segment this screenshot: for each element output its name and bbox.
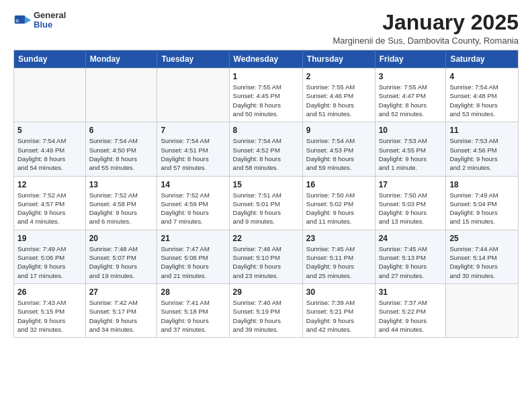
calendar-day-cell: 10Sunrise: 7:53 AM Sunset: 4:55 PM Dayli… (375, 122, 446, 176)
calendar-day-cell: 30Sunrise: 7:39 AM Sunset: 5:21 PM Dayli… (302, 283, 375, 337)
day-info: Sunrise: 7:50 AM Sunset: 5:02 PM Dayligh… (306, 191, 371, 226)
day-info: Sunrise: 7:39 AM Sunset: 5:21 PM Dayligh… (306, 298, 371, 334)
calendar-day-cell: 19Sunrise: 7:49 AM Sunset: 5:06 PM Dayli… (14, 230, 86, 283)
day-info: Sunrise: 7:53 AM Sunset: 4:56 PM Dayligh… (449, 136, 515, 172)
calendar-week-row: 5Sunrise: 7:54 AM Sunset: 4:49 PM Daylig… (14, 122, 519, 176)
calendar-header-row: Sunday Monday Tuesday Wednesday Thursday… (14, 50, 519, 68)
day-info: Sunrise: 7:49 AM Sunset: 5:04 PM Dayligh… (449, 191, 515, 226)
col-wednesday: Wednesday (229, 50, 302, 68)
month-title: January 2025 (332, 11, 519, 34)
day-info: Sunrise: 7:51 AM Sunset: 5:01 PM Dayligh… (233, 191, 299, 226)
day-number: 22 (233, 234, 299, 243)
day-number: 10 (379, 126, 443, 135)
day-number: 31 (379, 287, 443, 297)
day-info: Sunrise: 7:41 AM Sunset: 5:18 PM Dayligh… (161, 298, 225, 334)
day-info: Sunrise: 7:55 AM Sunset: 4:47 PM Dayligh… (379, 83, 443, 118)
day-info: Sunrise: 7:54 AM Sunset: 4:51 PM Dayligh… (161, 136, 225, 172)
day-number: 13 (89, 180, 154, 189)
calendar-day-cell: 20Sunrise: 7:48 AM Sunset: 5:07 PM Dayli… (85, 230, 157, 283)
col-tuesday: Tuesday (157, 50, 229, 68)
calendar-table: Sunday Monday Tuesday Wednesday Thursday… (13, 50, 519, 338)
location-subtitle: Marginenii de Sus, Dambovita County, Rom… (332, 36, 519, 46)
day-info: Sunrise: 7:54 AM Sunset: 4:49 PM Dayligh… (17, 136, 82, 172)
calendar-day-cell: 23Sunrise: 7:45 AM Sunset: 5:11 PM Dayli… (302, 230, 375, 283)
calendar-day-cell: 14Sunrise: 7:52 AM Sunset: 4:59 PM Dayli… (157, 176, 229, 230)
day-info: Sunrise: 7:55 AM Sunset: 4:46 PM Dayligh… (306, 83, 371, 118)
day-number: 8 (233, 126, 299, 135)
day-number: 9 (306, 126, 371, 135)
day-info: Sunrise: 7:54 AM Sunset: 4:48 PM Dayligh… (449, 83, 515, 118)
calendar-day-cell: 15Sunrise: 7:51 AM Sunset: 5:01 PM Dayli… (229, 176, 302, 230)
col-saturday: Saturday (446, 50, 519, 68)
logo: G General Blue (13, 11, 66, 30)
calendar-week-row: 12Sunrise: 7:52 AM Sunset: 4:57 PM Dayli… (14, 176, 519, 230)
day-number: 1 (233, 72, 299, 81)
day-number: 11 (449, 126, 515, 135)
logo-general: General (34, 11, 66, 20)
calendar-day-cell: 29Sunrise: 7:40 AM Sunset: 5:19 PM Dayli… (229, 283, 302, 337)
day-number: 4 (449, 72, 515, 81)
day-info: Sunrise: 7:43 AM Sunset: 5:15 PM Dayligh… (17, 298, 82, 334)
day-info: Sunrise: 7:45 AM Sunset: 5:11 PM Dayligh… (306, 244, 371, 280)
calendar-day-cell (157, 68, 229, 122)
calendar-day-cell: 17Sunrise: 7:50 AM Sunset: 5:03 PM Dayli… (375, 176, 446, 230)
day-number: 17 (379, 180, 443, 189)
calendar-day-cell: 21Sunrise: 7:47 AM Sunset: 5:08 PM Dayli… (157, 230, 229, 283)
day-info: Sunrise: 7:54 AM Sunset: 4:52 PM Dayligh… (233, 136, 299, 172)
day-number: 30 (306, 287, 371, 297)
calendar-day-cell: 13Sunrise: 7:52 AM Sunset: 4:58 PM Dayli… (85, 176, 157, 230)
day-info: Sunrise: 7:45 AM Sunset: 5:13 PM Dayligh… (379, 244, 443, 280)
svg-text:G: G (16, 18, 19, 23)
calendar-week-row: 19Sunrise: 7:49 AM Sunset: 5:06 PM Dayli… (14, 230, 519, 283)
day-number: 16 (306, 180, 371, 189)
day-info: Sunrise: 7:49 AM Sunset: 5:06 PM Dayligh… (17, 244, 82, 280)
day-info: Sunrise: 7:37 AM Sunset: 5:22 PM Dayligh… (379, 298, 443, 334)
day-info: Sunrise: 7:54 AM Sunset: 4:53 PM Dayligh… (306, 136, 371, 172)
svg-marker-1 (26, 17, 32, 24)
calendar-day-cell: 7Sunrise: 7:54 AM Sunset: 4:51 PM Daylig… (157, 122, 229, 176)
title-block: January 2025 Marginenii de Sus, Dambovit… (332, 11, 519, 46)
day-info: Sunrise: 7:40 AM Sunset: 5:19 PM Dayligh… (233, 298, 299, 334)
day-number: 14 (161, 180, 225, 189)
calendar-day-cell: 5Sunrise: 7:54 AM Sunset: 4:49 PM Daylig… (14, 122, 86, 176)
calendar-day-cell: 2Sunrise: 7:55 AM Sunset: 4:46 PM Daylig… (302, 68, 375, 122)
day-info: Sunrise: 7:47 AM Sunset: 5:08 PM Dayligh… (161, 244, 225, 280)
day-number: 12 (17, 180, 82, 189)
calendar-day-cell: 12Sunrise: 7:52 AM Sunset: 4:57 PM Dayli… (14, 176, 86, 230)
calendar-day-cell: 26Sunrise: 7:43 AM Sunset: 5:15 PM Dayli… (14, 283, 86, 337)
calendar-day-cell: 18Sunrise: 7:49 AM Sunset: 5:04 PM Dayli… (446, 176, 519, 230)
day-info: Sunrise: 7:44 AM Sunset: 5:14 PM Dayligh… (449, 244, 515, 280)
day-number: 25 (449, 234, 515, 243)
calendar-day-cell: 11Sunrise: 7:53 AM Sunset: 4:56 PM Dayli… (446, 122, 519, 176)
day-number: 26 (17, 287, 82, 297)
calendar-day-cell: 24Sunrise: 7:45 AM Sunset: 5:13 PM Dayli… (375, 230, 446, 283)
calendar-day-cell: 25Sunrise: 7:44 AM Sunset: 5:14 PM Dayli… (446, 230, 519, 283)
day-info: Sunrise: 7:53 AM Sunset: 4:55 PM Dayligh… (379, 136, 443, 172)
day-info: Sunrise: 7:52 AM Sunset: 4:58 PM Dayligh… (89, 191, 154, 226)
calendar-day-cell: 3Sunrise: 7:55 AM Sunset: 4:47 PM Daylig… (375, 68, 446, 122)
calendar-day-cell: 28Sunrise: 7:41 AM Sunset: 5:18 PM Dayli… (157, 283, 229, 337)
day-number: 15 (233, 180, 299, 189)
day-info: Sunrise: 7:52 AM Sunset: 4:57 PM Dayligh… (17, 191, 82, 226)
logo-text: General Blue (34, 11, 66, 30)
calendar-day-cell: 16Sunrise: 7:50 AM Sunset: 5:02 PM Dayli… (302, 176, 375, 230)
day-info: Sunrise: 7:52 AM Sunset: 4:59 PM Dayligh… (161, 191, 225, 226)
col-monday: Monday (85, 50, 157, 68)
col-friday: Friday (375, 50, 446, 68)
calendar-day-cell (14, 68, 86, 122)
calendar-day-cell: 4Sunrise: 7:54 AM Sunset: 4:48 PM Daylig… (446, 68, 519, 122)
day-number: 5 (17, 126, 82, 135)
calendar-day-cell (446, 283, 519, 337)
day-number: 29 (233, 287, 299, 297)
calendar-day-cell: 8Sunrise: 7:54 AM Sunset: 4:52 PM Daylig… (229, 122, 302, 176)
logo-icon: G (13, 11, 32, 30)
calendar-day-cell: 6Sunrise: 7:54 AM Sunset: 4:50 PM Daylig… (85, 122, 157, 176)
page: G General Blue January 2025 Marginenii d… (0, 0, 532, 351)
calendar-day-cell: 27Sunrise: 7:42 AM Sunset: 5:17 PM Dayli… (85, 283, 157, 337)
day-number: 27 (89, 287, 154, 297)
col-sunday: Sunday (14, 50, 86, 68)
day-number: 2 (306, 72, 371, 81)
day-info: Sunrise: 7:48 AM Sunset: 5:07 PM Dayligh… (89, 244, 154, 280)
day-number: 23 (306, 234, 371, 243)
day-number: 3 (379, 72, 443, 81)
